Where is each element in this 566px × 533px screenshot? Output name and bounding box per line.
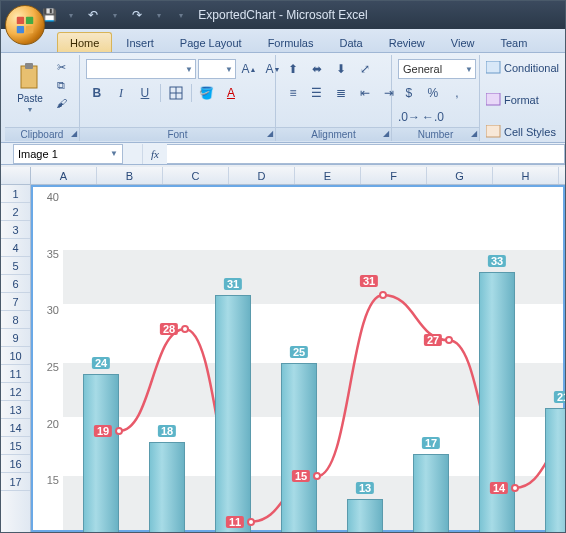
col-B[interactable]: B (97, 167, 163, 184)
col-F[interactable]: F (361, 167, 427, 184)
row-10[interactable]: 10 (1, 347, 30, 365)
fx-button[interactable]: fx (143, 144, 167, 164)
number-format-combo[interactable]: General▼ (398, 59, 476, 79)
bar[interactable]: 24 (83, 374, 119, 533)
row-1[interactable]: 1 (1, 185, 30, 203)
col-D[interactable]: D (229, 167, 295, 184)
bar[interactable]: 25 (281, 363, 317, 533)
col-H[interactable]: H (493, 167, 559, 184)
tab-view[interactable]: View (439, 33, 487, 52)
format-painter-icon[interactable]: 🖌 (53, 95, 69, 111)
clipboard-launcher[interactable]: ◢ (71, 129, 77, 138)
number-launcher[interactable]: ◢ (471, 129, 477, 138)
chart-object[interactable]: 403530252015 241831251317332128192811153… (31, 185, 565, 532)
accounting-button[interactable]: $ (398, 83, 420, 103)
y-tick: 40 (47, 191, 59, 203)
line-point[interactable] (115, 427, 123, 435)
align-launcher[interactable]: ◢ (383, 129, 389, 138)
col-E[interactable]: E (295, 167, 361, 184)
increase-decimal-icon[interactable]: .0→ (398, 107, 420, 127)
grow-font-icon[interactable]: A▲ (238, 59, 260, 79)
select-all-corner[interactable] (1, 167, 31, 185)
bar[interactable]: 21 (545, 408, 566, 533)
redo-icon[interactable]: ↷ (129, 7, 145, 23)
bold-button[interactable]: B (86, 83, 108, 103)
align-middle-icon[interactable]: ⬌ (306, 59, 328, 79)
bar-label: 18 (158, 425, 176, 437)
bar[interactable]: 33 (479, 272, 515, 533)
row-4[interactable]: 4 (1, 239, 30, 257)
row-16[interactable]: 16 (1, 455, 30, 473)
undo-dd[interactable]: ▾ (107, 7, 123, 23)
line-point[interactable] (313, 472, 321, 480)
row-2[interactable]: 2 (1, 203, 30, 221)
italic-button[interactable]: I (110, 83, 132, 103)
row-7[interactable]: 7 (1, 293, 30, 311)
tab-data[interactable]: Data (327, 33, 374, 52)
font-size-combo[interactable]: ▼ (198, 59, 236, 79)
tab-review[interactable]: Review (377, 33, 437, 52)
row-3[interactable]: 3 (1, 221, 30, 239)
tab-insert[interactable]: Insert (114, 33, 166, 52)
row-8[interactable]: 8 (1, 311, 30, 329)
tab-home[interactable]: Home (57, 32, 112, 52)
row-17[interactable]: 17 (1, 473, 30, 491)
col-G[interactable]: G (427, 167, 493, 184)
row-11[interactable]: 11 (1, 365, 30, 383)
bar[interactable]: 18 (149, 442, 185, 533)
percent-button[interactable]: % (422, 83, 444, 103)
col-A[interactable]: A (31, 167, 97, 184)
align-top-icon[interactable]: ⬆ (282, 59, 304, 79)
line-point[interactable] (247, 518, 255, 526)
decrease-indent-icon[interactable]: ⇤ (354, 83, 376, 103)
row-12[interactable]: 12 (1, 383, 30, 401)
office-button[interactable] (5, 5, 45, 45)
align-center-icon[interactable]: ☰ (306, 83, 328, 103)
comma-button[interactable]: , (446, 83, 468, 103)
group-font: ▼ ▼ A▲ A▼ B I U 🪣 A Font◢ (80, 55, 276, 141)
row-6[interactable]: 6 (1, 275, 30, 293)
format-as-table-button[interactable]: Format (486, 91, 559, 109)
copy-icon[interactable]: ⧉ (53, 77, 69, 93)
row-14[interactable]: 14 (1, 419, 30, 437)
line-point[interactable] (181, 325, 189, 333)
row-15[interactable]: 15 (1, 437, 30, 455)
underline-button[interactable]: U (134, 83, 156, 103)
tab-page-layout[interactable]: Page Layout (168, 33, 254, 52)
tab-team[interactable]: Team (488, 33, 539, 52)
bar[interactable]: 17 (413, 454, 449, 533)
formula-input[interactable] (167, 144, 565, 164)
font-launcher[interactable]: ◢ (267, 129, 273, 138)
tab-formulas[interactable]: Formulas (256, 33, 326, 52)
undo-icon[interactable]: ↶ (85, 7, 101, 23)
qat-custom-dd[interactable]: ▾ (173, 7, 189, 23)
ribbon-tabs: Home Insert Page Layout Formulas Data Re… (1, 29, 565, 53)
fill-color-button[interactable]: 🪣 (196, 83, 218, 103)
align-bottom-icon[interactable]: ⬇ (330, 59, 352, 79)
column-headers: A B C D E F G H (31, 167, 565, 185)
namebox-dd-icon[interactable]: ▼ (110, 149, 118, 158)
borders-button[interactable] (165, 83, 187, 103)
bar[interactable]: 31 (215, 295, 251, 533)
row-9[interactable]: 9 (1, 329, 30, 347)
redo-dd[interactable]: ▾ (151, 7, 167, 23)
align-left-icon[interactable]: ≡ (282, 83, 304, 103)
decrease-decimal-icon[interactable]: ←.0 (422, 107, 444, 127)
line-point[interactable] (511, 484, 519, 492)
paste-button[interactable]: Paste ▼ (11, 57, 49, 119)
line-point[interactable] (379, 291, 387, 299)
name-box[interactable]: Image 1▼ (13, 144, 123, 164)
conditional-formatting-button[interactable]: Conditional (486, 59, 559, 77)
row-5[interactable]: 5 (1, 257, 30, 275)
line-point[interactable] (445, 336, 453, 344)
cancel-icon[interactable] (123, 144, 143, 164)
font-color-button[interactable]: A (220, 83, 242, 103)
cut-icon[interactable]: ✂ (53, 59, 69, 75)
orientation-icon[interactable]: ⤢ (354, 59, 376, 79)
font-name-combo[interactable]: ▼ (86, 59, 196, 79)
cell-styles-button[interactable]: Cell Styles (486, 123, 559, 141)
bar[interactable]: 13 (347, 499, 383, 533)
align-right-icon[interactable]: ≣ (330, 83, 352, 103)
col-C[interactable]: C (163, 167, 229, 184)
row-13[interactable]: 13 (1, 401, 30, 419)
